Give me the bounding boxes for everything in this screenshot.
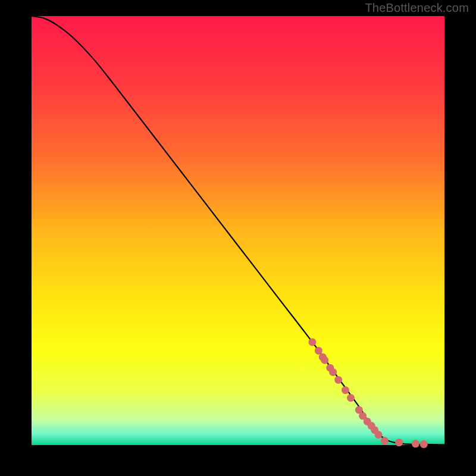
chart-stage: TheBottleneck.com [0,0,476,476]
marker-dot [395,439,403,446]
marker-dot [329,368,337,376]
marker-dot [374,431,382,439]
chart-canvas [0,0,476,476]
marker-dot [315,347,322,355]
marker-dot [308,338,316,346]
marker-dot [342,386,349,394]
marker-dot [381,437,389,444]
marker-dot [347,394,355,402]
watermark: TheBottleneck.com [365,1,469,15]
marker-dot [321,356,328,364]
marker-dot [420,440,428,448]
marker-dot [334,376,342,384]
plot-background [32,16,444,445]
marker-dot [412,440,419,447]
